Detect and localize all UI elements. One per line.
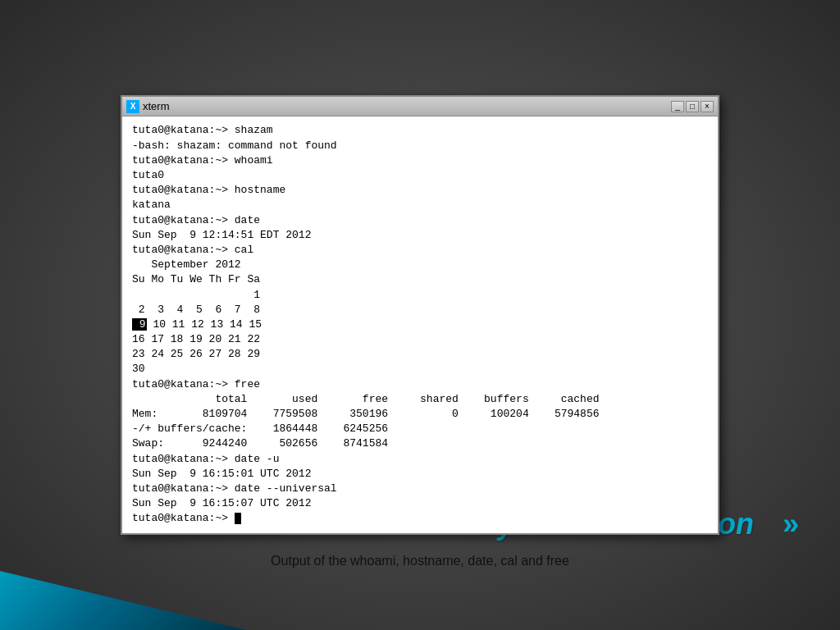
line-4: tuta0 xyxy=(132,168,708,183)
line-8: Sun Sep 9 12:14:51 EDT 2012 xyxy=(132,228,708,243)
minimize-button[interactable]: _ xyxy=(671,101,684,112)
title-left: X xterm xyxy=(126,100,170,113)
line-25: tuta0@katana:~> date --universal xyxy=(132,482,708,496)
line-27: tuta0@katana:~> xyxy=(132,511,708,526)
line-18: tuta0@katana:~> free xyxy=(132,377,708,392)
line-6: katana xyxy=(132,198,708,212)
background-stripe xyxy=(0,532,246,630)
free-buffers: -/+ buffers/cache: 1864448 6245256 xyxy=(132,422,708,436)
xterm-icon: X xyxy=(126,100,139,113)
line-17: 30 xyxy=(132,362,708,377)
main-container: X xterm _ □ × tuta0@katana:~> shazam -ba… xyxy=(121,95,719,534)
line-1: tuta0@katana:~> shazam xyxy=(132,123,708,138)
subtitle-text: Output of the whoami, hostname, date, ca… xyxy=(271,554,569,568)
xterm-icon-label: X xyxy=(130,102,136,111)
line-11: Su Mo Tu We Th Fr Sa xyxy=(132,272,708,287)
line-3: tuta0@katana:~> whoami xyxy=(132,153,708,168)
cursor xyxy=(235,513,241,524)
xterm-window: X xterm _ □ × tuta0@katana:~> shazam -ba… xyxy=(121,95,719,534)
line-14: 9 10 11 12 13 14 15 xyxy=(132,317,708,332)
maximize-button[interactable]: □ xyxy=(686,101,699,112)
line-7: tuta0@katana:~> date xyxy=(132,213,708,228)
line-24: Sun Sep 9 16:15:01 UTC 2012 xyxy=(132,467,708,482)
chevrons-icon: » xyxy=(783,507,799,541)
free-swap: Swap: 9244240 502656 8741584 xyxy=(132,436,708,451)
line-23: tuta0@katana:~> date -u xyxy=(132,452,708,467)
window-controls: _ □ × xyxy=(671,101,714,112)
line-10: September 2012 xyxy=(132,258,708,272)
line-16: 23 24 25 26 27 28 29 xyxy=(132,347,708,362)
line-13: 2 3 4 5 6 7 8 xyxy=(132,303,708,317)
line-15: 16 17 18 19 20 21 22 xyxy=(132,332,708,347)
free-header: total used free shared buffers cached xyxy=(132,392,708,407)
highlighted-9: 9 xyxy=(132,318,147,331)
close-button[interactable]: × xyxy=(701,101,714,112)
line-26: Sun Sep 9 16:15:07 UTC 2012 xyxy=(132,496,708,511)
terminal-body: tuta0@katana:~> shazam -bash: shazam: co… xyxy=(122,116,718,532)
window-title: xterm xyxy=(143,100,170,112)
line-9: tuta0@katana:~> cal xyxy=(132,243,708,258)
titlebar: X xterm _ □ × xyxy=(122,97,718,116)
line-2: -bash: shazam: command not found xyxy=(132,139,708,153)
line-12: 1 xyxy=(132,288,708,303)
line-5: tuta0@katana:~> hostname xyxy=(132,183,708,198)
free-mem: Mem: 8109704 7759508 350196 0 100204 579… xyxy=(132,407,708,422)
